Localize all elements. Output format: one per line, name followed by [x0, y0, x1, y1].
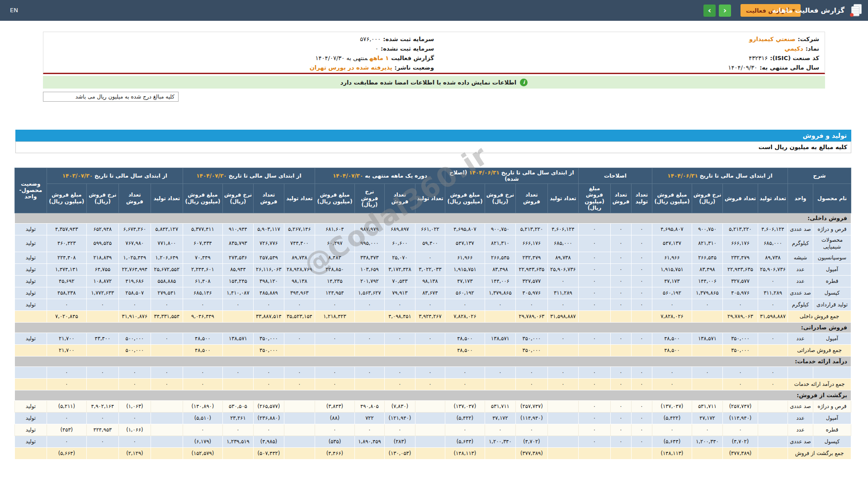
value-cell: ۸۵,۹۴۴ — [222, 263, 253, 275]
value-cell: ۰ — [631, 252, 652, 263]
status-cell: تولید — [14, 275, 47, 287]
value-cell — [485, 344, 515, 356]
value-cell: ۴۸,۵۰۰ — [445, 333, 485, 344]
value-cell: ۵۶۰,۱۹۲ — [445, 287, 485, 299]
status-cell: تولید — [14, 413, 47, 424]
value-cell: ۳۱,۹۱۰,۸۷۶ — [118, 310, 151, 322]
value-cell — [578, 310, 610, 322]
next-report-button[interactable]: › — [719, 5, 731, 17]
table-row: سوسپانسیونشیشه۸۹,۷۳۸۲۳۲,۴۷۹۲۶۶,۵۴۵۶۱,۹۶۶… — [14, 252, 851, 263]
group-title: دوره یک ماهه منتهی به — [365, 173, 427, 179]
value-cell: ۶۶۶,۱۷۶ — [515, 235, 547, 252]
value-cell: ۵۶۰,۱۹۲ — [652, 287, 692, 299]
value-cell: ۰ — [253, 367, 284, 379]
value-cell — [86, 448, 118, 460]
value-cell: ۰ — [151, 299, 183, 310]
value-cell: ۰ — [47, 379, 86, 390]
value-cell: ۳,۰۲۲,۰۳۳ — [415, 263, 445, 275]
value-cell: ۷۶۷,۹۸۰ — [118, 235, 151, 252]
value-cell: (۸۸) — [315, 413, 354, 424]
value-cell — [354, 310, 384, 322]
status-cell: تولید — [14, 263, 47, 275]
info-row: نماد:دکيمي — [434, 44, 819, 53]
value-cell: (۳۷۷,۳۸۹) — [515, 448, 547, 460]
value-cell: ۳۹۸,۱۲۰ — [253, 275, 284, 287]
value-cell: ۷۲۶,۷۷۶ — [253, 235, 284, 252]
value-cell: ۲۵۷,۵۴۹ — [253, 252, 284, 263]
value-cell: ۰ — [354, 367, 384, 379]
value-cell: ۴۵,۶۹۲ — [47, 275, 86, 287]
group-title: از ابتدای سال مالی تا تاریخ — [229, 173, 302, 179]
value-cell: ۵۴۷,۱۳۷ — [652, 235, 692, 252]
info-label: وضعیت ناشر: — [395, 64, 434, 71]
column-subheader: مبلغ فروش (میلیون ریال) — [183, 184, 222, 213]
value-cell — [284, 424, 315, 436]
value-cell: ۹۱۰,۹۴۴ — [222, 223, 253, 235]
value-cell: ۰ — [118, 299, 151, 310]
value-cell: ۰ — [652, 367, 692, 379]
table-amounts-note: کلیه مبالغ به میلیون ریال است — [15, 141, 851, 153]
value-cell — [485, 310, 515, 322]
value-cell: ۶۰,۶۰۰ — [384, 235, 415, 252]
value-cell: ۴,۰۹۸,۴۵۱ — [384, 310, 415, 322]
info-row: وضعیت ناشر:پذیرفته شده در بورس تهران — [49, 63, 434, 72]
value-cell: ۲۹,۷۸۹,۰۶۳ — [722, 310, 758, 322]
value-cell: ۳۱,۵۹۸,۸۸۷ — [758, 310, 788, 322]
value-cell: ۴۸,۵۰۰ — [652, 333, 692, 344]
value-cell: ۳,۱۷۲,۴۲۸ — [384, 263, 415, 275]
value-cell: ۰ — [118, 413, 151, 424]
value-cell: ۲۶۶,۵۴۵ — [485, 252, 515, 263]
unit-cell: صد عددی — [788, 401, 813, 413]
info-value-link[interactable]: صنعتي کيميدارو — [749, 36, 796, 42]
group-date: ۱۴۰۴/۰۷/۳۰ — [333, 173, 365, 179]
value-cell: ۱,۵۶۳,۶۲۷ — [354, 287, 384, 299]
value-cell: ۶۸۵,۱۴۶ — [183, 287, 222, 299]
value-cell — [631, 448, 652, 460]
info-value-link[interactable]: دکيمي — [784, 45, 803, 52]
value-cell — [151, 413, 183, 424]
value-cell: ۲۱,۷۰۰ — [47, 344, 86, 356]
info-value-link[interactable]: ۱ ماهه — [369, 55, 389, 61]
value-cell: ۰ — [722, 299, 758, 310]
value-cell: ۵۳۱,۷۱۱ — [485, 401, 515, 413]
value-cell — [151, 436, 183, 448]
column-group-header: دوره یک ماهه منتهی به۱۴۰۴/۰۷/۳۰ — [315, 168, 445, 184]
value-cell — [222, 448, 253, 460]
value-cell: ۰ — [415, 379, 445, 390]
value-cell: ۰ — [253, 424, 284, 436]
value-cell: ۲۳۲,۴۷۹ — [722, 252, 758, 263]
product-name-cell: جمع برگشت از فروش — [788, 448, 851, 460]
value-cell: ۰ — [631, 379, 652, 390]
value-cell — [415, 413, 445, 424]
product-name-cell: آمپول — [813, 333, 851, 344]
value-cell: ۲۳۲,۴۷۹ — [515, 252, 547, 263]
value-cell: (۱۴۸,۱۱۳) — [652, 448, 692, 460]
value-cell: ۰ — [384, 379, 415, 390]
value-cell: ۰ — [86, 367, 118, 379]
unit-cell: کیلوگرم — [788, 299, 813, 310]
value-cell: ۱,۲۰۰,۳۴۰ — [485, 436, 515, 448]
value-cell: ۳۵۰,۰۰۰ — [253, 344, 284, 356]
value-cell — [415, 436, 445, 448]
value-cell: ۵,۲۶۷,۱۴۶ — [284, 223, 315, 235]
language-toggle-en[interactable]: EN — [10, 0, 18, 21]
value-cell — [284, 448, 315, 460]
value-cell: ۰ — [384, 424, 415, 436]
table-row: آمپولعدد۲۵,۹۰۶,۷۳۶۲۲,۹۴۳,۶۳۵۸۳,۴۹۸۱,۹۱۵,… — [14, 263, 851, 275]
info-value-link[interactable]: پذیرفته شده در بورس تهران — [310, 64, 392, 71]
value-cell: ۰ — [631, 287, 652, 299]
value-cell: ۰ — [86, 413, 118, 424]
value-cell: ۰ — [631, 424, 652, 436]
value-cell: ۲۹,۷۸۹,۰۶۳ — [515, 310, 547, 322]
value-cell: ۷۰,۵۴۳ — [384, 275, 415, 287]
value-cell: ۸۲۱,۳۱۰ — [485, 235, 515, 252]
value-cell: ۰ — [578, 413, 610, 424]
previous-report-button[interactable]: ‹ — [703, 5, 716, 17]
value-cell: ۰ — [610, 413, 631, 424]
value-cell: ۱۴۴,۰۰۶ — [485, 275, 515, 287]
value-cell: ۳۵۰,۰۰۰ — [722, 344, 758, 356]
value-cell: ۰ — [151, 379, 183, 390]
value-cell: ۰ — [652, 379, 692, 390]
value-cell: ۶۰۷,۴۳۴ — [183, 235, 222, 252]
value-cell: ۰ — [445, 424, 485, 436]
